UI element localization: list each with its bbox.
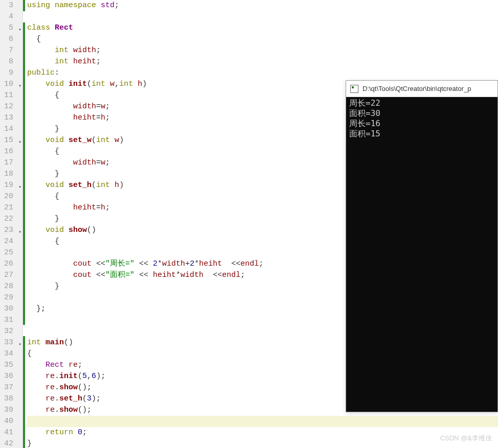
code-line[interactable]: using namespace std; <box>27 0 498 11</box>
code-line[interactable]: public: <box>27 67 498 79</box>
line-number: 33▾ <box>0 337 22 348</box>
console-line: 面积=30 <box>349 108 494 119</box>
code-line[interactable]: class Rect <box>27 22 498 34</box>
console-line: 面积=15 <box>349 129 494 139</box>
code-line[interactable]: int heiht; <box>27 56 498 67</box>
code-line[interactable] <box>27 416 498 427</box>
line-number: 5▾ <box>0 22 22 34</box>
console-window: D:\qt\Tools\QtCreator\bin\qtcreator_p 周长… <box>346 80 498 412</box>
line-number: 12 <box>0 101 22 112</box>
line-number: 35 <box>0 360 22 371</box>
console-titlebar[interactable]: D:\qt\Tools\QtCreator\bin\qtcreator_p <box>346 81 497 97</box>
code-line[interactable]: int width; <box>27 45 498 56</box>
code-line[interactable]: { <box>27 34 498 45</box>
line-number: 3 <box>0 0 22 11</box>
line-number: 18 <box>0 169 22 180</box>
console-line: 周长=16 <box>349 119 494 129</box>
line-number: 26 <box>0 258 22 270</box>
console-title: D:\qt\Tools\QtCreator\bin\qtcreator_p <box>363 85 471 92</box>
line-number: 15▾ <box>0 135 22 146</box>
line-number: 39 <box>0 405 22 416</box>
line-number: 8 <box>0 56 22 67</box>
line-number: 14 <box>0 124 22 135</box>
console-output[interactable]: 周长=22面积=30周长=16面积=15 <box>346 97 497 412</box>
line-number: 30 <box>0 303 22 315</box>
code-line[interactable]: } <box>27 438 498 448</box>
line-number: 27 <box>0 270 22 281</box>
line-number: 6 <box>0 34 22 45</box>
line-number: 16 <box>0 146 22 157</box>
line-number: 21 <box>0 202 22 214</box>
line-number: 9 <box>0 67 22 79</box>
line-number: 29 <box>0 292 22 303</box>
code-line[interactable] <box>27 11 498 22</box>
line-number: 42 <box>0 438 22 448</box>
line-number: 7 <box>0 45 22 56</box>
console-line: 周长=22 <box>349 98 494 108</box>
line-number: 20 <box>0 191 22 202</box>
line-number: 23▾ <box>0 225 22 236</box>
line-number: 36 <box>0 371 22 382</box>
line-number: 40 <box>0 416 22 427</box>
line-number: 32 <box>0 326 22 337</box>
watermark: CSDN @&李维佳 <box>440 434 492 443</box>
line-number: 4 <box>0 11 22 22</box>
line-number: 11 <box>0 90 22 101</box>
line-number: 19▾ <box>0 180 22 191</box>
line-number: 13 <box>0 112 22 124</box>
app-icon <box>350 85 358 93</box>
line-number: 25 <box>0 247 22 258</box>
line-number: 34 <box>0 348 22 360</box>
line-number: 37 <box>0 382 22 393</box>
line-number: 31 <box>0 315 22 326</box>
line-number: 24 <box>0 236 22 247</box>
line-number: 38 <box>0 393 22 405</box>
line-number: 41 <box>0 427 22 438</box>
code-line[interactable]: return 0; <box>27 427 498 438</box>
line-number: 10▾ <box>0 79 22 90</box>
line-number: 28 <box>0 281 22 292</box>
line-number-gutter: 345▾678910▾1112131415▾16171819▾20212223▾… <box>0 0 23 448</box>
line-number: 22 <box>0 214 22 225</box>
line-number: 17 <box>0 157 22 169</box>
